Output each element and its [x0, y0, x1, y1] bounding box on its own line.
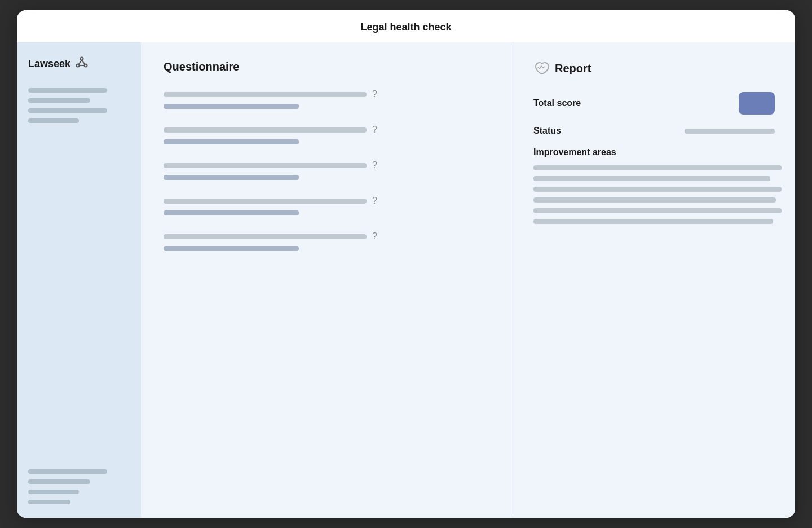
improvement-bar: [533, 197, 776, 203]
question-row: ?: [164, 125, 490, 135]
score-badge: [739, 92, 775, 115]
status-label: Status: [533, 126, 561, 136]
questionnaire-panel: Questionnaire ? ?: [141, 42, 513, 518]
content-area: Questionnaire ? ?: [141, 42, 795, 518]
total-score-row: Total score: [533, 92, 775, 115]
question-row: ?: [164, 196, 490, 206]
question-mark: ?: [372, 125, 377, 135]
question-item: ?: [164, 160, 490, 180]
page-title: Legal health check: [17, 21, 795, 42]
answer-bar: [164, 246, 299, 251]
sidebar-nav-item[interactable]: [28, 88, 107, 93]
app-window: Legal health check Lawseek: [17, 10, 795, 518]
question-mark: ?: [372, 231, 377, 241]
sidebar-nav-item[interactable]: [28, 98, 90, 103]
improvement-bar: [533, 219, 773, 224]
status-row: Status: [533, 126, 775, 136]
answer-bar: [164, 210, 299, 215]
report-panel: Report Total score Status Improvement ar…: [513, 42, 795, 518]
sidebar-nav-item[interactable]: [28, 118, 79, 123]
improvement-section: Improvement areas: [533, 147, 775, 224]
report-icon: [533, 60, 549, 76]
question-item: ?: [164, 89, 490, 109]
question-mark: ?: [372, 89, 377, 99]
question-row: ?: [164, 160, 490, 170]
sidebar-bottom-item[interactable]: [28, 479, 90, 484]
logo-icon: [75, 56, 89, 72]
improvement-bar: [533, 176, 770, 181]
sidebar-nav-bottom: [28, 458, 130, 504]
svg-point-2: [85, 64, 87, 67]
logo-text: Lawseek: [28, 58, 70, 70]
sidebar: Lawseek: [17, 42, 141, 518]
answer-bar: [164, 104, 299, 109]
sidebar-bottom-item[interactable]: [28, 469, 107, 474]
header: Legal health check: [17, 10, 795, 42]
question-item: ?: [164, 231, 490, 251]
improvement-bar: [533, 208, 782, 213]
question-bar: [164, 92, 367, 97]
report-header: Report: [533, 60, 775, 76]
svg-line-4: [82, 60, 85, 65]
sidebar-nav-top: [28, 88, 130, 123]
improvement-areas-title: Improvement areas: [533, 147, 775, 157]
question-bar: [164, 127, 367, 133]
question-mark: ?: [372, 196, 377, 206]
report-title: Report: [555, 62, 591, 75]
question-row: ?: [164, 231, 490, 241]
question-mark: ?: [372, 160, 377, 170]
sidebar-nav-item[interactable]: [28, 108, 107, 113]
question-row: ?: [164, 89, 490, 99]
improvement-bar: [533, 187, 782, 192]
question-item: ?: [164, 125, 490, 144]
sidebar-bottom-item[interactable]: [28, 490, 79, 494]
improvement-bars: [533, 165, 775, 224]
svg-point-1: [77, 64, 80, 67]
question-bar: [164, 234, 367, 239]
question-item: ?: [164, 196, 490, 215]
svg-point-0: [81, 58, 83, 60]
answer-bar: [164, 175, 299, 180]
sidebar-bottom-item[interactable]: [28, 500, 70, 504]
answer-bar: [164, 139, 299, 144]
question-bar: [164, 163, 367, 168]
question-bar: [164, 199, 367, 204]
questionnaire-title: Questionnaire: [164, 60, 490, 73]
status-bar: [685, 129, 775, 134]
logo-area: Lawseek: [28, 56, 130, 72]
main-layout: Lawseek: [17, 42, 795, 518]
total-score-label: Total score: [533, 98, 581, 108]
svg-line-3: [79, 60, 82, 65]
improvement-bar: [533, 165, 782, 170]
